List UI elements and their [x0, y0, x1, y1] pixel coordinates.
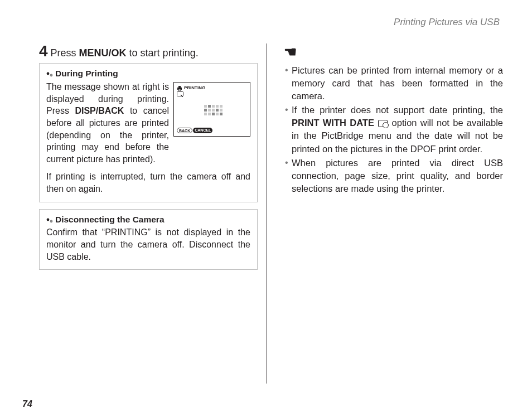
svg-point-7 [47, 218, 50, 221]
printer-icon [177, 86, 182, 91]
note-body-1a: The message shown at right is displayed … [46, 81, 169, 165]
step-before: Press [51, 47, 79, 59]
column-divider [267, 43, 267, 384]
page-number: 74 [22, 399, 32, 409]
left-column: 4 Press MENU/OK to start printing. Durin… [39, 43, 267, 384]
note-title-2: Disconnecting the Camera [46, 214, 250, 226]
lcd-cancel-pill: CANCEL [193, 128, 212, 133]
notes-list: Pictures can be printed from internal me… [284, 64, 503, 195]
svg-rect-4 [178, 89, 181, 91]
note-body-2: Confirm that “PRINTING” is not displayed… [46, 226, 250, 263]
note-body-1a-bold: DISP/BACK [75, 106, 124, 115]
list-item: When pictures are printed via direct USB… [284, 157, 503, 195]
pointing-hand-icon: ☚ [284, 43, 503, 61]
bullet2-a: If the printer does not support date pri… [292, 105, 503, 115]
lcd-title: PRINTING [177, 85, 205, 91]
lcd-preview: PRINTING BACKCANCEL [173, 82, 250, 137]
note-title-1: During Printing [46, 68, 250, 80]
note-during-printing: During Printing The message shown at rig… [39, 63, 258, 202]
note-title-1-text: During Printing [55, 69, 118, 78]
step-text: Press MENU/OK to start printing. [51, 43, 199, 60]
note-disconnecting: Disconnecting the Camera Confirm that “P… [39, 209, 258, 270]
list-item: Pictures can be printed from internal me… [284, 64, 503, 103]
lcd-footer: BACKCANCEL [177, 128, 212, 133]
right-column: ☚ Pictures can be printed from internal … [276, 43, 503, 384]
bullet-dots-icon [46, 69, 54, 81]
progress-dots-icon [204, 105, 223, 115]
step-after: to start printing. [127, 47, 199, 59]
list-item: If the printer does not support date pri… [284, 104, 503, 155]
svg-point-0 [47, 72, 50, 75]
svg-point-8 [50, 220, 53, 222]
bullet-dots-icon [46, 215, 54, 227]
svg-rect-5 [177, 92, 183, 96]
date-frame-icon [378, 120, 388, 127]
lcd-back-pill: BACK [177, 128, 192, 133]
lcd-title-text: PRINTING [184, 85, 205, 91]
note-body-1b: If printing is interrupted, turn the cam… [46, 171, 250, 195]
bullet2-bold: PRINT WITH DATE [292, 118, 374, 128]
svg-point-1 [50, 74, 53, 77]
svg-rect-3 [178, 86, 181, 88]
svg-point-6 [182, 96, 183, 97]
step-4: 4 Press MENU/OK to start printing. [39, 43, 258, 60]
step-number: 4 [39, 43, 47, 59]
pictbridge-icon [177, 91, 183, 99]
section-header: Printing Pictures via USB [39, 17, 503, 28]
step-bold: MENU/OK [79, 47, 127, 59]
note-title-2-text: Disconnecting the Camera [55, 215, 165, 224]
